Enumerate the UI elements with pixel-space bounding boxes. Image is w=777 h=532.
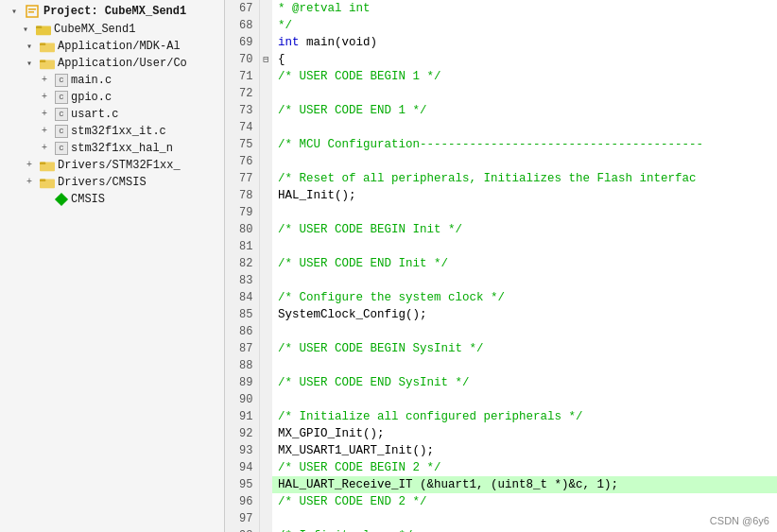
expand-collapse-cell [259,221,272,238]
sidebar-item-app-mdk[interactable]: ▾ Application/MDK-Al [0,38,224,55]
table-row: 87 /* USER CODE BEGIN SysInit */ [225,340,777,357]
expand-collapse-cell[interactable]: ⊟ [259,51,272,68]
table-row: 75 /* MCU Configuration-----------------… [225,136,777,153]
line-number: 93 [225,442,259,459]
table-row: 98 /* Infinite loop */ [225,527,777,532]
file-icon-gpio-c: c [55,91,68,104]
expand-collapse-cell [259,425,272,442]
code-line: */ [272,17,777,34]
line-number: 89 [225,374,259,391]
sidebar-item-gpio-c[interactable]: + c gpio.c [0,89,224,106]
expand-icon-cmsis [42,194,53,205]
table-row: 71 /* USER CODE BEGIN 1 */ [225,68,777,85]
expand-collapse-cell [259,323,272,340]
code-line: /* USER CODE BEGIN SysInit */ [272,340,777,357]
expand-collapse-cell [259,85,272,102]
table-row: 81 [225,238,777,255]
expand-collapse-cell [259,34,272,51]
code-line: * @retval int [272,0,777,17]
line-number: 81 [225,238,259,255]
sidebar-item-cmsis[interactable]: CMSIS [0,191,224,208]
table-row: 84 /* Configure the system clock */ [225,289,777,306]
svg-rect-12 [40,179,45,181]
expand-collapse-cell [259,204,272,221]
table-row: 96 /* USER CODE END 2 */ [225,493,777,510]
file-icon-stm32-it: c [55,125,68,138]
code-line [272,510,777,527]
line-number: 96 [225,493,259,510]
expand-collapse-cell [259,17,272,34]
sidebar-item-app-user[interactable]: ▾ Application/User/Co [0,55,224,72]
sidebar-project-root[interactable]: ▾ Project: CubeMX_Send1 [0,2,224,21]
expand-icon-stm32-hal: + [42,143,53,154]
folder-icon-drivers-cmsis [40,176,55,189]
table-row: 91 /* Initialize all configured peripher… [225,408,777,425]
line-number: 79 [225,204,259,221]
sidebar-label-drivers-cmsis: Drivers/CMSIS [58,176,147,189]
expand-collapse-cell [259,153,272,170]
code-line: /* USER CODE END SysInit */ [272,374,777,391]
code-line [272,153,777,170]
expand-icon-app-mdk: ▾ [26,41,38,52]
code-line [272,272,777,289]
table-row: 67 * @retval int [225,0,777,17]
expand-collapse-cell [259,136,272,153]
code-line: /* USER CODE BEGIN Init */ [272,221,777,238]
line-number: 72 [225,85,259,102]
line-number: 80 [225,221,259,238]
line-number: 94 [225,459,259,476]
line-number: 71 [225,68,259,85]
code-line: HAL_Init(); [272,187,777,204]
svg-rect-1 [28,9,36,10]
table-row: 74 [225,119,777,136]
line-number: 90 [225,391,259,408]
expand-icon-cubemx: ▾ [23,24,34,35]
expand-collapse-cell [259,119,272,136]
expand-icon-stm32-it: + [42,126,53,137]
line-number: 77 [225,170,259,187]
sidebar-item-stm32-hal[interactable]: + c stm32f1xx_hal_n [0,140,224,157]
line-number: 98 [225,527,259,532]
expand-collapse-cell [259,391,272,408]
table-row: 85 SystemClock_Config(); [225,306,777,323]
code-line: /* USER CODE BEGIN 2 */ [272,459,777,476]
table-row: 88 [225,357,777,374]
sidebar-root-node[interactable]: ▾ CubeMX_Send1 [0,21,224,38]
sidebar-item-drivers-cmsis[interactable]: + Drivers/CMSIS [0,174,224,191]
expand-collapse-cell [259,272,272,289]
code-line: /* Infinite loop */ [272,527,777,532]
line-number: 70 [225,51,259,68]
line-number: 74 [225,119,259,136]
sidebar: ▾ Project: CubeMX_Send1 ▾ CubeMX_Send1 ▾… [0,0,225,532]
line-number: 68 [225,17,259,34]
line-number: 67 [225,0,259,17]
sidebar-item-drivers-stm32[interactable]: + Drivers/STM32F1xx_ [0,157,224,174]
line-number: 85 [225,306,259,323]
sidebar-label-stm32-hal: stm32f1xx_hal_n [71,142,173,155]
table-row: 79 [225,204,777,221]
code-line: /* USER CODE END 1 */ [272,102,777,119]
table-row: 72 [225,85,777,102]
expand-icon-root: ▾ [11,6,23,17]
table-row: 80 /* USER CODE BEGIN Init */ [225,221,777,238]
line-number: 97 [225,510,259,527]
svg-rect-10 [40,162,45,164]
table-row: 97 [225,510,777,527]
code-editor[interactable]: 67 * @retval int68 */69int main(void)70⊟… [225,0,777,532]
code-line: /* Initialize all configured peripherals… [272,408,777,425]
expand-collapse-cell [259,170,272,187]
table-row: 92 MX_GPIO_Init(); [225,425,777,442]
line-number: 76 [225,153,259,170]
expand-collapse-cell [259,459,272,476]
expand-collapse-cell [259,476,272,493]
sidebar-item-usart-c[interactable]: + c usart.c [0,106,224,123]
table-row: 78 HAL_Init(); [225,187,777,204]
expand-collapse-cell [259,442,272,459]
table-row: 83 [225,272,777,289]
sidebar-item-stm32-it[interactable]: + c stm32f1xx_it.c [0,123,224,140]
sidebar-item-main-c[interactable]: + c main.c [0,72,224,89]
line-number: 73 [225,102,259,119]
sidebar-label-app-user: Application/User/Co [58,57,187,70]
expand-collapse-cell [259,0,272,17]
line-number: 78 [225,187,259,204]
